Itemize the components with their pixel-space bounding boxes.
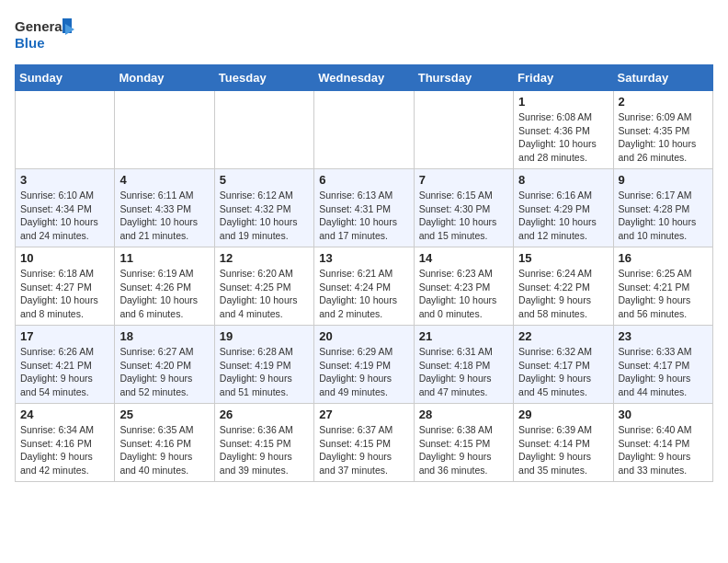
day-number: 8 [518, 173, 608, 187]
calendar-cell: 24Sunrise: 6:34 AM Sunset: 4:16 PM Dayli… [16, 404, 115, 482]
day-number: 18 [119, 329, 209, 343]
calendar-cell: 26Sunrise: 6:36 AM Sunset: 4:15 PM Dayli… [214, 404, 313, 482]
calendar-cell: 16Sunrise: 6:25 AM Sunset: 4:21 PM Dayli… [613, 247, 712, 326]
day-number: 4 [119, 173, 209, 187]
day-number: 19 [220, 329, 309, 343]
calendar-cell: 9Sunrise: 6:17 AM Sunset: 4:28 PM Daylig… [613, 169, 712, 247]
day-number: 1 [518, 95, 608, 109]
day-info: Sunrise: 6:36 AM Sunset: 4:15 PM Dayligh… [220, 423, 309, 477]
day-number: 10 [20, 251, 109, 265]
day-info: Sunrise: 6:09 AM Sunset: 4:35 PM Dayligh… [619, 110, 708, 165]
day-number: 7 [419, 173, 508, 187]
day-info: Sunrise: 6:32 AM Sunset: 4:17 PM Dayligh… [518, 345, 608, 399]
day-number: 13 [319, 251, 408, 265]
day-info: Sunrise: 6:15 AM Sunset: 4:30 PM Dayligh… [419, 189, 508, 243]
day-info: Sunrise: 6:24 AM Sunset: 4:22 PM Dayligh… [518, 267, 608, 321]
calendar-cell: 3Sunrise: 6:10 AM Sunset: 4:34 PM Daylig… [16, 169, 115, 247]
calendar-cell: 7Sunrise: 6:15 AM Sunset: 4:30 PM Daylig… [414, 169, 513, 247]
day-number: 21 [419, 329, 508, 343]
calendar-cell [414, 91, 513, 169]
day-number: 2 [619, 95, 708, 109]
day-info: Sunrise: 6:37 AM Sunset: 4:15 PM Dayligh… [319, 423, 408, 477]
day-info: Sunrise: 6:17 AM Sunset: 4:28 PM Dayligh… [619, 189, 708, 243]
calendar-cell: 2Sunrise: 6:09 AM Sunset: 4:35 PM Daylig… [613, 91, 712, 169]
calendar-cell: 23Sunrise: 6:33 AM Sunset: 4:17 PM Dayli… [613, 326, 712, 404]
day-number: 6 [319, 173, 408, 187]
day-number: 3 [20, 173, 109, 187]
calendar-cell: 1Sunrise: 6:08 AM Sunset: 4:36 PM Daylig… [514, 91, 613, 169]
day-info: Sunrise: 6:31 AM Sunset: 4:18 PM Dayligh… [419, 345, 508, 399]
logo: GeneralBlue [15, 15, 79, 55]
day-info: Sunrise: 6:35 AM Sunset: 4:16 PM Dayligh… [119, 423, 209, 477]
page-header: GeneralBlue [15, 15, 713, 55]
day-number: 22 [518, 329, 608, 343]
day-info: Sunrise: 6:20 AM Sunset: 4:25 PM Dayligh… [220, 267, 309, 321]
calendar-cell: 8Sunrise: 6:16 AM Sunset: 4:29 PM Daylig… [514, 169, 613, 247]
calendar-cell: 18Sunrise: 6:27 AM Sunset: 4:20 PM Dayli… [115, 326, 214, 404]
day-info: Sunrise: 6:18 AM Sunset: 4:27 PM Dayligh… [20, 267, 109, 321]
day-info: Sunrise: 6:21 AM Sunset: 4:24 PM Dayligh… [319, 267, 408, 321]
day-info: Sunrise: 6:10 AM Sunset: 4:34 PM Dayligh… [20, 189, 109, 243]
day-number: 26 [220, 408, 309, 421]
day-number: 23 [619, 329, 708, 343]
day-info: Sunrise: 6:28 AM Sunset: 4:19 PM Dayligh… [220, 345, 309, 399]
calendar-table: SundayMondayTuesdayWednesdayThursdayFrid… [15, 64, 713, 482]
day-number: 14 [419, 251, 508, 265]
day-info: Sunrise: 6:33 AM Sunset: 4:17 PM Dayligh… [619, 345, 708, 399]
day-info: Sunrise: 6:27 AM Sunset: 4:20 PM Dayligh… [119, 345, 209, 399]
calendar-cell [314, 91, 414, 169]
day-number: 17 [20, 329, 109, 343]
day-info: Sunrise: 6:16 AM Sunset: 4:29 PM Dayligh… [518, 189, 608, 243]
day-number: 27 [319, 408, 408, 421]
day-number: 29 [518, 408, 608, 421]
day-of-week-wednesday: Wednesday [314, 65, 414, 91]
day-info: Sunrise: 6:26 AM Sunset: 4:21 PM Dayligh… [20, 345, 109, 399]
calendar-cell: 13Sunrise: 6:21 AM Sunset: 4:24 PM Dayli… [314, 247, 414, 326]
day-of-week-saturday: Saturday [613, 65, 712, 91]
day-info: Sunrise: 6:34 AM Sunset: 4:16 PM Dayligh… [20, 423, 109, 477]
day-number: 11 [119, 251, 209, 265]
calendar-cell: 4Sunrise: 6:11 AM Sunset: 4:33 PM Daylig… [115, 169, 214, 247]
calendar-cell: 19Sunrise: 6:28 AM Sunset: 4:19 PM Dayli… [214, 326, 313, 404]
calendar-cell: 30Sunrise: 6:40 AM Sunset: 4:14 PM Dayli… [613, 404, 712, 482]
day-number: 5 [220, 173, 309, 187]
day-number: 15 [518, 251, 608, 265]
calendar-cell: 22Sunrise: 6:32 AM Sunset: 4:17 PM Dayli… [514, 326, 613, 404]
calendar-cell [214, 91, 313, 169]
day-of-week-sunday: Sunday [16, 65, 115, 91]
day-of-week-friday: Friday [514, 65, 613, 91]
logo-svg: GeneralBlue [15, 15, 79, 55]
calendar-cell: 17Sunrise: 6:26 AM Sunset: 4:21 PM Dayli… [16, 326, 115, 404]
day-number: 24 [20, 408, 109, 421]
svg-text:Blue: Blue [15, 35, 45, 51]
calendar-cell: 29Sunrise: 6:39 AM Sunset: 4:14 PM Dayli… [514, 404, 613, 482]
day-number: 20 [319, 329, 408, 343]
day-info: Sunrise: 6:23 AM Sunset: 4:23 PM Dayligh… [419, 267, 508, 321]
day-info: Sunrise: 6:11 AM Sunset: 4:33 PM Dayligh… [119, 189, 209, 243]
calendar-cell [16, 91, 115, 169]
calendar-cell: 25Sunrise: 6:35 AM Sunset: 4:16 PM Dayli… [115, 404, 214, 482]
day-number: 12 [220, 251, 309, 265]
svg-text:General: General [15, 18, 66, 34]
day-number: 25 [119, 408, 209, 421]
day-number: 16 [619, 251, 708, 265]
day-of-week-tuesday: Tuesday [214, 65, 313, 91]
calendar-cell: 28Sunrise: 6:38 AM Sunset: 4:15 PM Dayli… [414, 404, 513, 482]
day-info: Sunrise: 6:19 AM Sunset: 4:26 PM Dayligh… [119, 267, 209, 321]
day-number: 30 [619, 408, 708, 421]
calendar-cell: 6Sunrise: 6:13 AM Sunset: 4:31 PM Daylig… [314, 169, 414, 247]
calendar-cell: 5Sunrise: 6:12 AM Sunset: 4:32 PM Daylig… [214, 169, 313, 247]
calendar-cell: 27Sunrise: 6:37 AM Sunset: 4:15 PM Dayli… [314, 404, 414, 482]
day-number: 9 [619, 173, 708, 187]
day-of-week-thursday: Thursday [414, 65, 513, 91]
day-info: Sunrise: 6:25 AM Sunset: 4:21 PM Dayligh… [619, 267, 708, 321]
calendar-cell: 12Sunrise: 6:20 AM Sunset: 4:25 PM Dayli… [214, 247, 313, 326]
calendar-cell: 11Sunrise: 6:19 AM Sunset: 4:26 PM Dayli… [115, 247, 214, 326]
day-number: 28 [419, 408, 508, 421]
day-of-week-monday: Monday [115, 65, 214, 91]
day-info: Sunrise: 6:38 AM Sunset: 4:15 PM Dayligh… [419, 423, 508, 477]
day-info: Sunrise: 6:39 AM Sunset: 4:14 PM Dayligh… [518, 423, 608, 477]
calendar-cell: 15Sunrise: 6:24 AM Sunset: 4:22 PM Dayli… [514, 247, 613, 326]
calendar-cell: 14Sunrise: 6:23 AM Sunset: 4:23 PM Dayli… [414, 247, 513, 326]
day-info: Sunrise: 6:13 AM Sunset: 4:31 PM Dayligh… [319, 189, 408, 243]
